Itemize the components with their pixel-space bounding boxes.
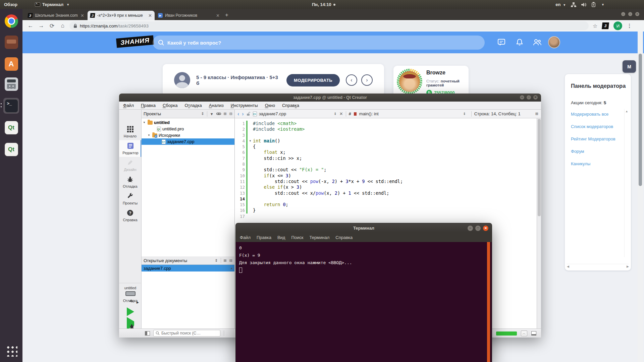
dock-qtcreator-icon[interactable]: Qt <box>3 141 19 157</box>
close-document-icon[interactable]: ✕ <box>339 111 343 116</box>
dock-chrome-icon[interactable] <box>3 13 19 29</box>
terminal-menu-item[interactable]: Терминал <box>309 235 329 240</box>
qt-menu-item[interactable]: Отладка <box>184 103 202 108</box>
kit-selector-monitor-icon[interactable] <box>125 291 136 296</box>
bookmark-star-icon[interactable]: ☆ <box>593 23 597 29</box>
activities-button[interactable]: Обзор <box>4 2 17 7</box>
code-line[interactable]: 1#include <cmath> <box>235 121 537 126</box>
code-line[interactable]: 6 float x; <box>235 149 537 155</box>
scroll-up-icon[interactable]: ▲ <box>625 110 628 113</box>
code-line[interactable]: 5{ <box>235 144 537 149</box>
terminal-menu-item[interactable]: Вид <box>277 235 285 240</box>
qt-menu-item[interactable]: Файл <box>123 103 134 108</box>
browser-profile-avatar[interactable]: И <box>613 21 622 30</box>
close-button[interactable]: ✕ <box>483 226 488 231</box>
terminal-output[interactable]: 0F(x) = 9Для закрытия данного окна нажми… <box>235 242 492 362</box>
code-line[interactable]: 16} <box>235 207 537 213</box>
show-applications-icon[interactable] <box>3 343 19 358</box>
moderator-name[interactable]: Browze <box>426 70 445 76</box>
browser-menu-icon[interactable]: ⋮ <box>627 23 632 29</box>
terminal-titlebar[interactable]: Терминал – □ ✕ <box>235 223 492 233</box>
friends-icon[interactable] <box>533 38 542 46</box>
qt-menu-item[interactable]: Сборка <box>163 103 178 108</box>
moderator-panel-link[interactable]: Рейтинг Модераторов <box>571 136 615 141</box>
code-line[interactable]: 4▼int main() <box>235 138 537 144</box>
go-back-icon[interactable]: ‹ <box>237 111 239 117</box>
moderator-panel-link[interactable]: Список модераторов <box>571 124 615 129</box>
terminal-menu-item[interactable]: Поиск <box>291 235 303 240</box>
kit-expand-icon[interactable]: ▶ <box>137 301 139 304</box>
split-editor-icon[interactable]: ⊞ <box>535 112 538 116</box>
terminal-menu-item[interactable]: Правка <box>257 235 271 240</box>
minimize-button[interactable]: – <box>621 12 625 16</box>
qt-menu-item[interactable]: Справка <box>282 103 299 108</box>
tab-close-icon[interactable]: ✕ <box>148 13 152 18</box>
address-bar[interactable]: https://znanija.com/task/29658493 <box>69 21 589 30</box>
expander-icon[interactable]: ▼ <box>143 121 146 124</box>
code-line[interactable]: 17 <box>235 214 537 219</box>
qt-titlebar[interactable]: задание7.cpp @ untitled - Qt Creator – ▫… <box>119 94 541 102</box>
code-line[interactable]: 8 <box>235 161 537 167</box>
keyboard-layout[interactable]: en ▼ <box>555 2 566 7</box>
debug-run-button[interactable] <box>127 321 134 325</box>
split-icon[interactable]: ⊞ <box>224 112 227 116</box>
site-search[interactable] <box>153 36 485 50</box>
code-line[interactable]: 11 std::cout << pow(-x, 2) + 3*x + 9 << … <box>235 179 537 184</box>
editor-scrollbar[interactable] <box>537 118 541 328</box>
tab-close-icon[interactable]: ✕ <box>80 13 84 18</box>
search-input[interactable] <box>167 40 369 46</box>
code-line[interactable]: 3 <box>235 132 537 138</box>
site-logo[interactable]: ЗНАНИЯ <box>116 35 154 48</box>
notifications-bell-icon[interactable] <box>516 38 524 46</box>
code-line[interactable]: 10 if(x <= 3) <box>235 173 537 179</box>
minimize-button[interactable]: – <box>520 95 524 100</box>
page-scrollbar[interactable] <box>638 32 643 362</box>
system-menu[interactable]: en ▼ ▼ <box>555 0 604 9</box>
run-button[interactable] <box>127 307 134 316</box>
user-avatar[interactable] <box>548 36 560 48</box>
scroll-right-icon[interactable]: ▶ <box>627 265 629 268</box>
browser-tab[interactable]: ▶Иван Рогожников✕ <box>155 11 222 20</box>
mode-проекты[interactable]: Проекты <box>119 190 141 207</box>
output-panel-icon[interactable] <box>531 331 536 336</box>
code-line[interactable]: 7 std::cin >> x; <box>235 156 537 161</box>
panel-hscrollbar[interactable]: ◀ ▶ <box>567 264 629 268</box>
scrollbar-thumb[interactable] <box>538 119 541 216</box>
moderator-panel-link[interactable]: Каникулы <box>571 161 615 166</box>
moderator-badge[interactable]: М <box>623 60 636 73</box>
symbol-dropdown[interactable]: main(): int ⇕ <box>359 111 466 116</box>
filter-icon[interactable]: ▼ <box>210 112 214 116</box>
browser-tab[interactable]: З-x^2+3x+9 при х меньше✕ <box>88 11 155 20</box>
panel-selector-icon[interactable]: ⇕ <box>201 112 204 116</box>
bookmark-flag-icon[interactable] <box>354 112 357 116</box>
go-forward-icon[interactable]: › <box>242 111 244 117</box>
forward-button[interactable]: → <box>36 22 47 29</box>
qt-menu-item[interactable]: Окно <box>265 103 275 108</box>
terminal-scrollbar[interactable] <box>487 242 490 362</box>
close-panel-icon[interactable]: ⊟ <box>229 112 232 116</box>
dock-files-icon[interactable] <box>3 34 19 50</box>
mode-отладка[interactable]: Отладка <box>119 174 141 190</box>
moderator-panel-link[interactable]: Форум <box>571 149 615 154</box>
tree-item[interactable]: ▼untitled <box>142 119 234 126</box>
code-line[interactable]: 14 <box>235 196 537 202</box>
terminal-menu-item[interactable]: Файл <box>240 235 251 240</box>
mode-редактор[interactable]: Редактор <box>119 140 141 157</box>
qt-menu-item[interactable]: Анализ <box>209 103 224 108</box>
scroll-left-icon[interactable]: ◀ <box>567 265 569 268</box>
locator-input[interactable] <box>161 331 212 336</box>
app-menu[interactable]: Терминал ▼ <box>35 2 69 7</box>
fold-marker-icon[interactable]: ▼ <box>248 138 253 144</box>
close-button[interactable]: ✕ <box>635 12 639 16</box>
dock-software-icon[interactable]: A <box>3 56 19 72</box>
scrollbar-thumb[interactable] <box>639 54 642 186</box>
panel-selector-icon[interactable]: ⇕ <box>215 258 218 263</box>
locator-search[interactable] <box>153 330 220 337</box>
tree-item[interactable]: untitled.pro <box>142 126 234 132</box>
code-line[interactable]: 9 std::cout << "F(x) = "; <box>235 167 537 173</box>
dock-qt-icon[interactable]: Qt <box>3 120 19 135</box>
tree-item[interactable]: задание7.cpp <box>142 138 234 145</box>
browser-tab[interactable]: ЗШкольные Знания.com✕ <box>25 11 87 20</box>
new-tab-button[interactable]: + <box>225 12 228 18</box>
maximize-button[interactable]: ▫ <box>628 12 632 16</box>
